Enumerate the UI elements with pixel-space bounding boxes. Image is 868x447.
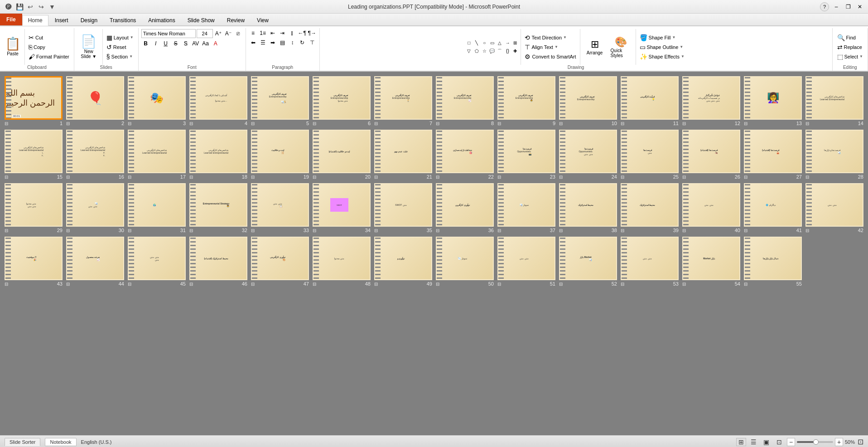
slide-thumb-41[interactable]: 💠 دیاگرام [744,183,802,227]
shape-rect[interactable]: □ [465,39,473,47]
tab-home[interactable]: Home [22,15,48,26]
view-slideshow-btn[interactable]: ⊡ [774,438,784,446]
align-center-button[interactable]: ☰ [258,39,267,47]
slide-thumb-33[interactable]: متن متن📋 [251,183,309,227]
slide-item-19[interactable]: ایده و خلاقیت🪜⊟19 [251,130,309,180]
fit-button[interactable]: ⊡ [858,437,863,446]
tab-review[interactable]: Review [221,15,251,25]
slide-thumb-13[interactable]: 👩‍🏫 [744,76,802,120]
slide-thumb-44[interactable]: چرخه محصول📈 [66,237,124,280]
shape-more[interactable]: ⊞ [511,39,519,47]
slide-item-37[interactable]: 📊 نمودار⊟37 [497,183,555,233]
find-button[interactable]: 🔍 Find [835,33,865,42]
slide-thumb-11[interactable]: فرآیند کارآفرینی💡 [621,76,679,120]
text-direction-button[interactable]: ⟲ Text Direction ▼ [523,33,578,42]
slide-item-4[interactable]: آشنایی با ابعاد کارآفرینیمتن محتوا...⊟4 [189,76,247,126]
tab-animations[interactable]: Animations [142,15,181,25]
slide-item-28[interactable]: فرصت‌ها و بازارها📊⊟28 [805,130,863,180]
slide-thumb-8[interactable]: تعریف کارآفرینیEntrepreneurship📈 [436,76,494,120]
slide-item-43[interactable]: موفقیت !!🎉⊟43 [5,237,63,287]
slide-item-11[interactable]: فرآیند کارآفرینی💡⊟11 [621,76,679,126]
slide-item-54[interactable]: Market بازار⊟54 [682,237,740,287]
shape-cross[interactable]: ✚ [511,48,519,55]
slide-thumb-40[interactable]: متن متن [682,183,740,227]
view-reading-btn[interactable]: ▣ [762,438,772,446]
slide-thumb-14[interactable]: شاخص‌های کارآفرینیLearned Entrepreneuria… [805,76,863,120]
restore-button[interactable]: ❐ [844,2,853,11]
shape-tri[interactable]: ▽ [465,48,473,55]
slide-sorter-tab[interactable]: Slide Sorter [5,438,40,446]
shape-rt[interactable]: △ [496,39,503,47]
minimize-button[interactable]: – [832,2,841,11]
slide-thumb-48[interactable]: متن محتوا [313,237,371,280]
slide-item-26[interactable]: فرصت‌ها (اشتباه)🦔⊟26 [682,130,740,180]
slide-thumb-55[interactable]: دنبال بازار بازارها [744,237,802,280]
view-sorter-btn[interactable]: ⊞ [736,438,746,446]
slide-item-3[interactable]: 🎭⊟3 [128,76,186,126]
smartart-button[interactable]: ⚙ Convert to SmartArt [523,52,578,61]
slide-thumb-47[interactable]: نوآوری کارآفرینی🎨 [251,237,309,280]
slide-item-9[interactable]: تعریف کارآفرینیEntrepreneurship🧑‍💼⊟9 [497,76,555,126]
shape-curved[interactable]: ⌒ [496,48,503,55]
shape-pentagon[interactable]: ⬠ [473,48,480,55]
slide-item-36[interactable]: نوآوری کارآفرین⊟36 [436,183,494,233]
slide-thumb-53[interactable]: متن متن [621,237,679,280]
notebook-tab[interactable]: Notebook [45,438,76,446]
shape-effects-button[interactable]: ✨ Shape Effects ▼ [638,52,686,61]
save-button[interactable]: 💾 [14,2,24,12]
tab-transitions[interactable]: Transitions [104,15,142,25]
columns-button[interactable]: ⫿ [288,29,297,37]
font-name-input[interactable] [141,29,196,38]
slide-thumb-1[interactable]: بسم الله الرحمن الرحیم00:01 [5,76,63,120]
shape-bracket[interactable]: {} [504,48,511,55]
help-button[interactable]: ? [820,2,829,11]
slide-thumb-20[interactable]: ایده و خلاقیت (اشتباه) [313,130,371,173]
slide-thumb-10[interactable]: تعریف کارآفرینیEntrepreneurship [559,76,617,120]
replace-button[interactable]: ⇄ Replace [835,43,865,52]
slide-thumb-29[interactable]: متن محتوامتن متن [5,183,63,227]
slide-thumb-43[interactable]: موفقیت !!🎉 [5,237,63,280]
copy-button[interactable]: ⎘ Copy [27,43,71,52]
slide-thumb-42[interactable]: متن متن [805,183,863,227]
slide-thumb-51[interactable]: متن متن [497,237,555,280]
slide-thumb-28[interactable]: فرصت‌ها و بازارها📊 [805,130,863,173]
zoom-slider[interactable] [797,441,833,443]
align-text-button[interactable]: ⊤ Align Text ▼ [523,43,578,52]
numbering-button[interactable]: 1≡ [258,29,267,37]
slide-item-13[interactable]: 👩‍🏫⊟13 [744,76,802,126]
align-left-button[interactable]: ⬅ [249,39,258,47]
slide-thumb-19[interactable]: ایده و خلاقیت🪜 [251,130,309,173]
shape-line[interactable]: ╲ [473,39,480,47]
slide-thumb-52[interactable]: بازار Market📊 [559,237,617,280]
slide-thumb-49[interactable]: نوآوری و [374,237,432,280]
slide-item-8[interactable]: تعریف کارآفرینیEntrepreneurship📈⊟8 [436,76,494,126]
slide-item-23[interactable]: فرصت‌هاOpportunities:📸⊟23 [497,130,555,180]
slide-item-14[interactable]: شاخص‌های کارآفرینیLearned Entrepreneuria… [805,76,863,126]
slide-item-50[interactable]: 📉 نمودار⊟50 [436,237,494,287]
increase-indent-button[interactable]: ⇥ [278,29,287,37]
slide-thumb-24[interactable]: فرصت‌هاOpportunities:متن متن [559,130,617,173]
italic-button[interactable]: I [151,39,160,48]
slide-item-42[interactable]: متن متن⊟42 [805,183,863,233]
reset-button[interactable]: ↺ Reset [105,43,135,52]
slide-item-45[interactable]: متن متنمتن⊟45 [128,237,186,287]
new-slide-button[interactable]: 📄 NewSlide ▼ [77,34,101,60]
slide-item-31[interactable]: 🌍⊟31 [128,183,186,233]
slide-item-12[interactable]: عوامل تأثیرگذاربر تصمیمات کارآفرینانهمتن… [682,76,740,126]
text-direction-btn[interactable]: ↻ [298,39,307,47]
slide-thumb-26[interactable]: فرصت‌ها (اشتباه)🦔 [682,130,740,173]
align-text-btn[interactable]: ⊤ [308,39,317,47]
tab-view[interactable]: View [251,15,275,25]
slide-item-1[interactable]: بسم الله الرحمن الرحیم00:01⊟1 [5,76,63,126]
shape-callout[interactable]: 💬 [488,48,496,55]
bold-button[interactable]: B [141,39,150,48]
slide-thumb-21[interactable]: علت عدم مهم [374,130,432,173]
strikethrough-button[interactable]: S [171,39,180,48]
slide-item-27[interactable]: فرصت‌ها (اشتباه)🎪⊟27 [744,130,802,180]
slide-thumb-18[interactable]: شاخص‌های کارآفرینیLearned Entrepreneuria… [189,130,247,173]
slide-thumb-54[interactable]: Market بازار [682,237,740,280]
slide-thumb-3[interactable]: 🎭 [128,76,186,120]
slide-thumb-4[interactable]: آشنایی با ابعاد کارآفرینیمتن محتوا... [189,76,247,120]
slide-item-16[interactable]: شاخص‌های کارآفرینیLearned Entrepreneuria… [66,130,124,180]
slide-thumb-2[interactable]: 🎈 [66,76,124,120]
